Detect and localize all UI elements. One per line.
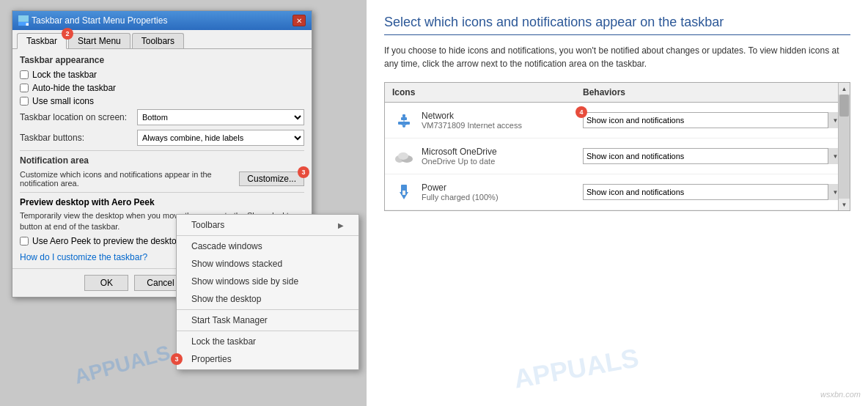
dialog-tabs: Taskbar 2 Start Menu Toolbars — [12, 30, 312, 49]
lock-taskbar-row: Lock the taskbar — [20, 70, 304, 80]
customize-badge: 3 — [298, 166, 309, 178]
svg-point-13 — [398, 152, 408, 160]
scroll-thumb[interactable] — [839, 95, 849, 117]
buttons-row: Taskbar buttons: Always combine, hide la… — [20, 130, 304, 146]
buttons-label: Taskbar buttons: — [20, 133, 137, 143]
power-select-wrapper: Show icon and notifications Hide icon an… — [583, 184, 842, 200]
context-separator-2 — [177, 309, 358, 310]
notif-icon-col-onedrive: Microsoft OneDrive OneDrive Up to date — [392, 144, 583, 168]
notif-row-onedrive: Microsoft OneDrive OneDrive Up to date S… — [385, 139, 850, 174]
col-behaviors-header: Behaviors — [583, 87, 842, 97]
scroll-up-arrow[interactable]: ▲ — [839, 83, 850, 95]
power-icon — [392, 180, 416, 204]
dialog-titlebar: Taskbar and Start Menu Properties ✕ — [12, 11, 312, 30]
context-menu-item-stacked[interactable]: Show windows stacked — [177, 255, 358, 273]
small-icons-row: Use small icons — [20, 96, 304, 106]
customize-button[interactable]: Customize... 3 — [239, 171, 304, 186]
power-text: Power Fully charged (100%) — [422, 182, 499, 202]
onedrive-sub: OneDrive Up to date — [422, 157, 497, 166]
right-panel-desc: If you choose to hide icons and notifica… — [384, 44, 850, 70]
power-name: Power — [422, 182, 499, 193]
dialog-title: Taskbar and Start Menu Properties — [32, 15, 167, 26]
context-menu-item-sidebyside[interactable]: Show windows side by side — [177, 273, 358, 290]
location-select[interactable]: Bottom Top Left Right — [137, 109, 304, 125]
onedrive-icon — [392, 144, 416, 168]
context-separator-1 — [177, 235, 358, 236]
close-button[interactable]: ✕ — [293, 15, 306, 26]
notif-table-header: Icons Behaviors — [385, 83, 850, 103]
right-panel-title: Select which icons and notifications app… — [384, 15, 850, 35]
tab-start-menu[interactable]: Start Menu — [68, 33, 130, 48]
right-panel: Select which icons and notifications app… — [367, 0, 868, 406]
taskbar-appearance-label: Taskbar appearance — [20, 55, 304, 65]
location-row: Taskbar location on screen: Bottom Top L… — [20, 109, 304, 125]
behavior-badge: 4 — [575, 106, 587, 118]
context-menu-item-taskmgr[interactable]: Start Task Manager — [177, 311, 358, 329]
notif-row-network: Network VM7371809 Internet access Show i… — [385, 103, 850, 139]
onedrive-select-wrapper: Show icon and notifications Hide icon an… — [583, 148, 842, 164]
location-label: Taskbar location on screen: — [20, 112, 137, 122]
ok-button[interactable]: OK — [84, 275, 128, 291]
dialog-icon — [18, 15, 29, 26]
lock-taskbar-checkbox[interactable] — [20, 70, 29, 79]
scroll-track — [839, 95, 850, 199]
notification-area-label: Notification area — [20, 155, 304, 166]
panel-scrollbar[interactable]: ▲ ▼ — [838, 83, 850, 210]
submenu-arrow: ▶ — [338, 221, 344, 229]
buttons-select[interactable]: Always combine, hide labels Combine when… — [137, 130, 304, 146]
notification-panel: Icons Behaviors — [384, 82, 850, 211]
context-menu: Toolbars ▶ Cascade windows Show windows … — [176, 214, 359, 370]
notif-row-power: Power Fully charged (100%) Show icon and… — [385, 174, 850, 210]
network-text: Network VM7371809 Internet access — [422, 111, 522, 130]
network-behavior-select[interactable]: Show icon and notifications Hide icon an… — [583, 112, 842, 128]
power-behavior-select[interactable]: Show icon and notifications Hide icon an… — [583, 184, 842, 200]
context-menu-item-toolbars[interactable]: Toolbars ▶ — [177, 216, 358, 234]
context-separator-3 — [177, 331, 358, 331]
aero-peek-checkbox[interactable] — [20, 237, 29, 246]
context-menu-item-cascade[interactable]: Cascade windows — [177, 237, 358, 255]
appuals-watermark-right: APPUALS — [512, 342, 641, 394]
properties-badge: 3 — [171, 353, 183, 365]
tab-badge: 2 — [62, 28, 73, 40]
context-menu-item-lock[interactable]: Lock the taskbar — [177, 333, 358, 350]
context-menu-item-properties[interactable]: Properties 3 — [177, 350, 358, 368]
help-link[interactable]: How do I customize the taskbar? — [20, 252, 147, 262]
appuals-watermark-left: APPUALS — [72, 341, 173, 389]
small-icons-checkbox[interactable] — [20, 97, 29, 106]
network-sub: VM7371809 Internet access — [422, 121, 522, 130]
col-icons-header: Icons — [392, 87, 583, 97]
onedrive-name: Microsoft OneDrive — [422, 147, 497, 157]
autohide-checkbox[interactable] — [20, 84, 29, 92]
network-select-wrapper: Show icon and notifications Hide icon an… — [583, 112, 842, 128]
network-name: Network — [422, 111, 522, 121]
divider-1 — [20, 150, 304, 151]
network-icon — [392, 108, 416, 132]
power-sub: Fully charged (100%) — [422, 193, 499, 202]
aero-title: Preview desktop with Aero Peek — [20, 197, 304, 207]
power-behavior-col: Show icon and notifications Hide icon an… — [583, 184, 842, 200]
tab-taskbar[interactable]: Taskbar 2 — [17, 33, 67, 49]
autohide-label: Auto-hide the taskbar — [32, 83, 116, 93]
lock-taskbar-label: Lock the taskbar — [32, 70, 97, 80]
svg-rect-2 — [26, 23, 29, 26]
watermark: wsxbn.com — [820, 390, 861, 399]
svg-rect-16 — [402, 191, 405, 195]
network-behavior-col: Show icon and notifications Hide icon an… — [583, 112, 842, 128]
tab-toolbars[interactable]: Toolbars — [132, 33, 184, 48]
aero-peek-label: Use Aero Peek to preview the desktop — [32, 236, 181, 246]
onedrive-text: Microsoft OneDrive OneDrive Up to date — [422, 147, 497, 166]
onedrive-behavior-col: Show icon and notifications Hide icon an… — [583, 148, 842, 164]
notif-icon-col-network: Network VM7371809 Internet access — [392, 108, 583, 132]
left-panel: Taskbar and Start Menu Properties ✕ Task… — [0, 0, 367, 406]
svg-rect-1 — [18, 15, 29, 22]
notification-desc: Customize which icons and notifications … — [20, 170, 233, 188]
small-icons-label: Use small icons — [32, 96, 94, 106]
autohide-row: Auto-hide the taskbar — [20, 83, 304, 93]
context-menu-item-showdesktop[interactable]: Show the desktop — [177, 290, 358, 308]
notification-customize-row: Customize which icons and notifications … — [20, 170, 304, 188]
scroll-down-arrow[interactable]: ▼ — [839, 199, 850, 210]
onedrive-behavior-select[interactable]: Show icon and notifications Hide icon an… — [583, 148, 842, 164]
notif-icon-col-power: Power Fully charged (100%) — [392, 180, 583, 204]
divider-2 — [20, 192, 304, 193]
